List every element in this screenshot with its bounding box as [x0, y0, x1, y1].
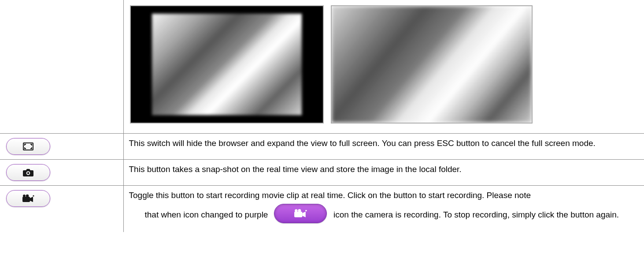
fullscreen-description: This switch will hide the browser and ex… — [129, 139, 596, 148]
video-camera-recording-icon — [294, 209, 307, 218]
fullscreen-description-cell: This switch will hide the browser and ex… — [123, 134, 644, 160]
snapshot-button[interactable] — [6, 164, 50, 181]
screenshot-gallery — [129, 4, 638, 127]
screenshot-image-placeholder — [332, 6, 532, 123]
fullscreen-icon-cell — [0, 134, 123, 160]
fullscreen-row: This switch will hide the browser and ex… — [0, 134, 644, 160]
screenshot-normal-view — [130, 5, 324, 124]
svg-rect-3 — [22, 197, 30, 202]
record-active-inline — [274, 204, 327, 225]
documentation-table: This switch will hide the browser and ex… — [0, 0, 644, 232]
fullscreen-button[interactable] — [6, 138, 50, 155]
svg-point-10 — [305, 210, 307, 211]
svg-point-9 — [298, 209, 301, 212]
camera-icon — [22, 168, 34, 177]
snapshot-row: This button takes a snap-shot on the rea… — [0, 160, 644, 186]
screenshots-cell — [123, 0, 644, 134]
record-description-rest: that when icon changed to purple icon th… — [129, 205, 638, 226]
snapshot-icon-cell — [0, 160, 123, 186]
record-row: Toggle this button to start recording mo… — [0, 186, 644, 232]
svg-point-2 — [27, 172, 30, 174]
record-description-cell: Toggle this button to start recording mo… — [123, 186, 644, 232]
fullscreen-icon — [23, 142, 33, 150]
snapshot-description: This button takes a snap-shot on the rea… — [129, 165, 462, 174]
record-desc-after-inline: icon the camera is recording. To stop re… — [333, 210, 619, 219]
record-button-active[interactable] — [274, 204, 327, 223]
screenshot-image-placeholder — [152, 14, 302, 115]
svg-point-5 — [26, 195, 29, 198]
svg-point-8 — [295, 209, 297, 212]
svg-point-4 — [23, 195, 26, 197]
record-button[interactable] — [6, 190, 50, 207]
snapshot-description-cell: This button takes a snap-shot on the rea… — [123, 160, 644, 186]
record-icon-cell — [0, 186, 123, 232]
record-desc-before-inline: that when icon changed to purple — [129, 210, 268, 219]
video-camera-icon — [22, 194, 34, 203]
screenshot-fullscreen-view — [331, 5, 533, 124]
svg-rect-7 — [294, 211, 302, 217]
record-description-line1: Toggle this button to start recording mo… — [129, 189, 638, 202]
svg-point-6 — [33, 195, 34, 196]
screenshots-row — [0, 0, 644, 134]
screenshots-icon-cell — [0, 0, 123, 134]
